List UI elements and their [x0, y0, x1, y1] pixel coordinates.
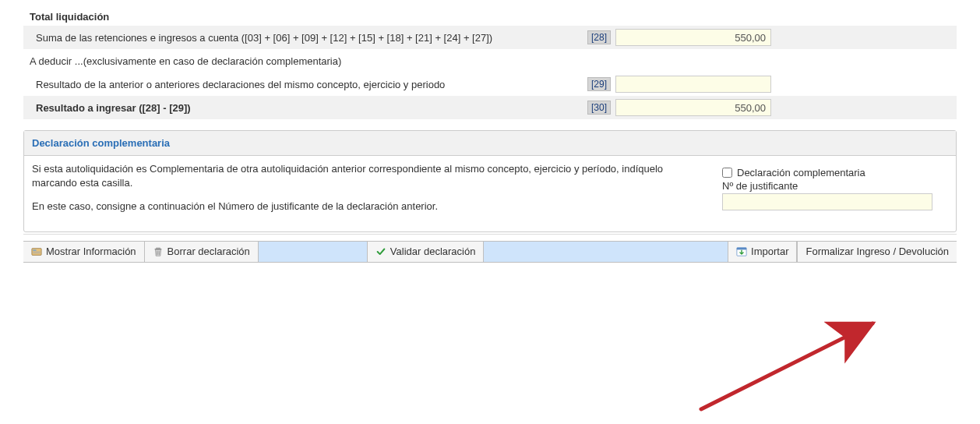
- import-icon: [736, 246, 747, 257]
- a-deducir-label: A deducir ...(exclusivamente en caso de …: [30, 55, 950, 67]
- importar-button[interactable]: Importar: [728, 242, 797, 262]
- info-card-icon: [31, 246, 42, 257]
- a-deducir-row: A deducir ...(exclusivamente en caso de …: [23, 49, 957, 72]
- casilla-30-input[interactable]: [615, 99, 771, 116]
- complementaria-section: Declaración complementaria Si esta autol…: [23, 130, 957, 232]
- justificante-input[interactable]: [722, 193, 932, 210]
- row-29: Resultado de la anterior o anteriores de…: [23, 72, 957, 96]
- complementaria-checkbox[interactable]: [722, 168, 732, 178]
- row-30-label: Resultado a ingresar ([28] - [29]): [30, 102, 587, 114]
- form-area: Total liquidación Suma de las retencione…: [23, 8, 957, 235]
- casilla-28-input[interactable]: [615, 29, 771, 46]
- complementaria-text: Si esta autoliquidación es Complementari…: [32, 162, 699, 224]
- check-icon: [375, 246, 386, 257]
- svg-rect-9: [737, 247, 746, 249]
- casilla-30-tag: [30]: [587, 101, 611, 115]
- borrar-button[interactable]: Borrar declaración: [145, 242, 259, 262]
- toolbar-gap-1: [259, 242, 368, 262]
- row-30: Resultado a ingresar ([28] - [29]) [30]: [23, 96, 957, 119]
- complementaria-body: Si esta autoliquidación es Complementari…: [24, 156, 956, 231]
- formalizar-button[interactable]: Formalizar Ingreso / Devolución: [797, 242, 957, 262]
- complementaria-text-2: En este caso, consigne a continuación el…: [32, 200, 699, 214]
- toolbar-wrap: Mostrar Información Borrar declaración V…: [23, 241, 957, 263]
- trash-icon: [153, 246, 164, 257]
- svg-rect-3: [33, 253, 41, 253]
- formalizar-label: Formalizar Ingreso / Devolución: [806, 246, 949, 257]
- row-28-label: Suma de las retenciones e ingresos a cue…: [30, 32, 587, 44]
- validar-label: Validar declaración: [390, 246, 476, 257]
- casilla-29-tag: [29]: [587, 77, 611, 91]
- mostrar-info-button[interactable]: Mostrar Información: [23, 242, 145, 262]
- complementaria-text-1: Si esta autoliquidación es Complementari…: [32, 162, 699, 190]
- svg-rect-1: [33, 249, 36, 250]
- validar-button[interactable]: Validar declaración: [368, 242, 485, 262]
- importar-label: Importar: [751, 246, 788, 257]
- borrar-label: Borrar declaración: [167, 246, 250, 257]
- total-liquidacion-title: Total liquidación: [23, 8, 957, 26]
- justificante-label: Nº de justificante: [722, 180, 948, 192]
- complementaria-header: Declaración complementaria: [24, 131, 956, 156]
- complementaria-checkbox-label: Declaración complementaria: [737, 167, 865, 178]
- casilla-29-input[interactable]: [615, 76, 771, 93]
- row-28: Suma de las retenciones e ingresos a cue…: [23, 26, 957, 49]
- svg-rect-2: [33, 251, 41, 252]
- casilla-28-tag: [28]: [587, 30, 611, 44]
- mostrar-info-label: Mostrar Información: [46, 246, 136, 257]
- toolbar-fill: [484, 242, 728, 262]
- toolbar: Mostrar Información Borrar declaración V…: [23, 241, 957, 263]
- row-29-label: Resultado de la anterior o anteriores de…: [30, 79, 587, 90]
